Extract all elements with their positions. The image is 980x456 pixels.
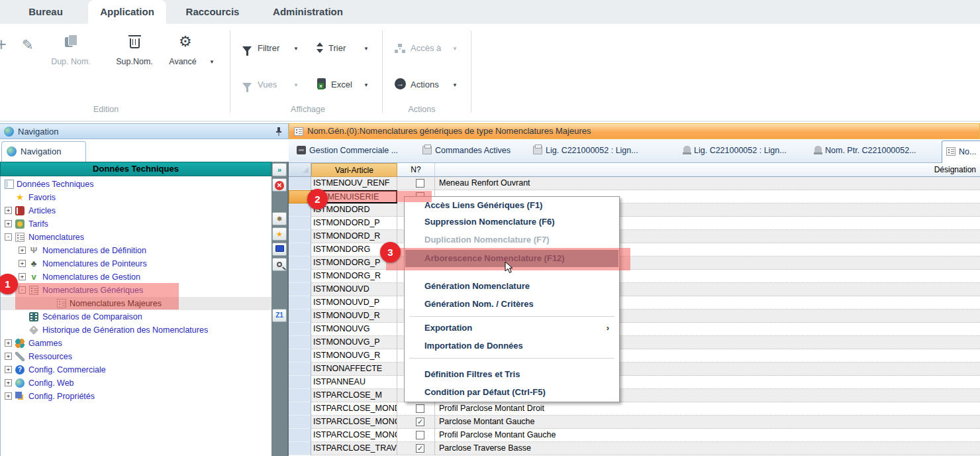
designation-cell[interactable]: Meneau Renfort Ouvrant [435,177,980,190]
vari-article-cell[interactable]: ISTMONOUVG_P [311,336,397,349]
row-selector-cell[interactable] [289,296,311,310]
expand-plus-icon[interactable]: + [5,392,12,400]
vues-button[interactable]: Vues [258,80,277,89]
checkbox-unchecked-icon[interactable] [416,431,424,439]
vari-article-cell[interactable]: ISTPANNEAU [311,376,397,389]
menu-item-d-finition-filtres-et-tris[interactable]: Définition Filtres et Tris [405,366,618,383]
checkbox-checked-icon[interactable]: ✓ [416,418,424,426]
vari-article-cell[interactable]: ISTPARCLOSE_MOND_P [311,402,397,416]
menu-item-condition-par-d-faut-ctrl-f5-[interactable]: Condition par Défaut (Ctrl-F5) [405,384,618,401]
row-selector-cell[interactable] [289,349,311,363]
table-row[interactable]: ISTMONOUVG_R [289,349,980,363]
column-header-designation[interactable]: Désignation [435,163,980,177]
tree-item-config-web[interactable]: +Config. Web [1,376,272,390]
vari-article-cell[interactable]: ISTPARCLOSE_MONG_P [311,429,397,442]
tree-item-historique-de-g-n-ration-des-nomenclatures[interactable]: Historique de Génération des Nomenclatur… [1,323,272,337]
vari-article-cell[interactable]: ISTPARCLOSE_M [311,389,397,402]
vari-article-cell[interactable]: ISTMONDORG_R [311,270,397,283]
tree-item-articles[interactable]: +Articles [1,204,272,217]
expand-plus-icon[interactable]: + [19,260,26,267]
row-selector-cell[interactable] [289,243,311,256]
vari-article-cell[interactable]: ISTMONOUVD_P [311,296,397,310]
trier-dropdown-caret[interactable]: ▼ [364,46,369,52]
table-row[interactable]: ISTMONDORD [289,203,980,217]
avance-dropdown-caret[interactable]: ▼ [209,59,215,65]
row-selector-cell[interactable] [289,336,311,349]
row-selector-cell[interactable] [289,376,311,389]
excel-button[interactable]: Excel [331,80,352,89]
row-selector-cell[interactable] [289,256,311,270]
collapse-panel-button[interactable]: » [272,163,287,176]
document-tab-5[interactable]: Nom. Ptr. C221000052... [814,139,916,162]
table-row[interactable]: ISTMONOUVG_P [289,336,980,349]
table-row[interactable]: ISTPARCLOSE_M [289,389,980,402]
menu-item-suppression-nomenclature-f6-[interactable]: Suppression Nomenclature (F6) [405,213,618,231]
column-header-n[interactable]: N? [397,163,435,177]
zoom-z1-button[interactable]: Z1 [272,309,287,322]
favorite-star-button[interactable]: ★ [272,227,287,241]
n-flag-cell[interactable] [397,402,435,416]
avance-button[interactable]: Avancé [159,57,207,66]
acces-a-button[interactable]: Accès à [411,43,441,53]
checkbox-unchecked-icon[interactable] [416,404,424,413]
expand-plus-icon[interactable]: + [19,273,26,280]
filtrer-button[interactable]: Filtrer [258,43,279,53]
column-header-vari-article[interactable]: Vari-Article [311,163,397,177]
n-flag-cell[interactable] [397,177,435,190]
ribbon-tab-raccourcis[interactable]: Raccourcis [184,0,241,24]
table-row[interactable]: ISTMONOUVD [289,283,980,296]
designation-cell[interactable]: Profil Parclose Montant Droit [435,402,980,416]
menu-item-duplication-nomenclature-f7-[interactable]: Duplication Nomenclature (F7) [405,231,618,249]
edit-pencil-icon[interactable]: ✎ [22,37,34,53]
checkbox-unchecked-icon[interactable] [416,179,424,188]
vari-article-cell[interactable]: ISTMONOUVD [311,283,397,296]
designation-cell[interactable]: Parclose Montant Gauche [435,416,980,429]
document-tab-3[interactable]: Lig. C221000052 : Lign... [533,139,638,162]
table-row[interactable]: ISTMONDORD_R [289,230,980,243]
pin-icon[interactable] [275,127,283,137]
menu-item-g-n-ration-nomenclature[interactable]: Génération Nomenclature [405,278,618,295]
add-icon[interactable]: + [0,34,7,55]
tree-item-config-propri-t-s[interactable]: +Config. Propriétés [1,390,272,403]
sup-nom-button[interactable]: Sup.Nom. [108,57,161,66]
row-selector-cell[interactable] [289,177,311,190]
row-selector-cell[interactable] [289,402,311,416]
table-row[interactable]: ISTPARCLOSE_TRAVB✓Parclose Traverse Bass… [289,442,980,455]
tree-item-donn-es-techniques[interactable]: Données Techniques [1,178,272,191]
collapse-minus-icon[interactable]: - [5,233,12,241]
vari-article-cell[interactable]: ISTMONOUVD_R [311,310,397,323]
actions-dropdown-caret[interactable]: ▼ [452,82,458,88]
vari-article-cell[interactable]: ISTMONOUVG [311,323,397,336]
document-tab-6[interactable]: No... [942,141,980,163]
tree-item-nomenclatures[interactable]: -Nomenclatures [1,231,272,244]
tree-item-tarifs[interactable]: +Tarifs [1,217,272,231]
tree-item-ressources[interactable]: +Ressources [1,350,272,363]
row-selector-cell[interactable] [289,363,311,376]
table-row[interactable]: ISTPANNEAU [289,376,980,389]
tree-item-nomenclatures-de-d-finition[interactable]: +ΨNomenclatures de Définition [1,244,272,257]
table-row[interactable]: ISTMONDORG_R [289,270,980,283]
row-selector-cell[interactable] [289,217,311,230]
table-row[interactable]: ISTMONOUVD_R [289,310,980,323]
magnifier-button[interactable] [272,258,287,271]
tree-header-donnees-techniques[interactable]: Données Techniques [0,162,271,176]
vari-article-cell[interactable]: ISTPARCLOSE_TRAVB [311,442,397,455]
spider-web-button[interactable]: ✹ [272,212,287,225]
expand-plus-icon[interactable]: + [5,220,12,227]
vari-article-cell[interactable]: ISTNONAFFECTE [311,363,397,376]
tree-item-config-commerciale[interactable]: +?Config. Commerciale [1,363,272,376]
tree-item-gammes[interactable]: +Gammes [1,337,272,350]
table-row[interactable]: ISTPARCLOSE_MONG_PProfil Parclose Montan… [289,429,980,442]
ribbon-tab-application[interactable]: Application [88,0,166,24]
row-selector-cell[interactable] [289,283,311,296]
expand-plus-icon[interactable]: + [5,366,12,373]
vari-article-cell[interactable]: ISTMONDORD_P [311,217,397,230]
trier-button[interactable]: Trier [328,43,346,53]
dup-nom-button[interactable]: Dup. Nom. [44,57,97,66]
row-selector-cell[interactable] [289,323,311,336]
n-flag-cell[interactable]: ✓ [397,416,435,429]
checkbox-checked-icon[interactable]: ✓ [416,444,424,453]
document-tab-2[interactable]: Commandes Actives [422,139,511,162]
menu-item-exportation[interactable]: Exportation› [405,319,618,337]
row-selector-cell[interactable] [289,230,311,243]
